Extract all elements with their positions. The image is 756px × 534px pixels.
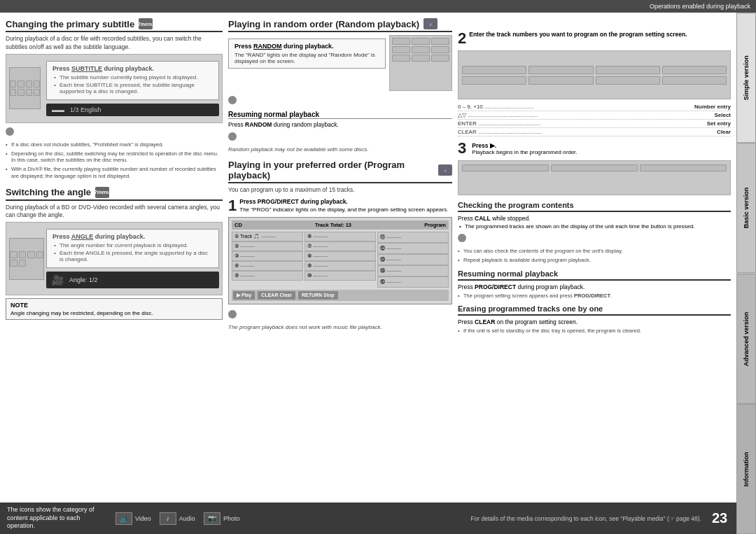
random-section-title: Playing in random order (Random playback… <box>228 18 452 32</box>
photo-icon: 📷 <box>204 512 220 525</box>
dev-btn-1 <box>10 80 16 87</box>
wrench-icon-2 <box>228 96 237 104</box>
rand-btn-1 <box>392 38 410 45</box>
bottom-icon-photo: 📷 Photo <box>204 512 240 525</box>
right-step2: 2 Enter the track numbers you want to pr… <box>458 31 731 46</box>
side-tabs-right: Simple version Basic version Advanced ve… <box>736 13 756 534</box>
clear-key: CLEAR <box>475 318 495 325</box>
angle-display-text: Angle: 1/2 <box>69 276 98 283</box>
prog-cell-12: ⑫ ——— <box>377 243 449 254</box>
info-row-1: △▽ .....................................… <box>458 111 731 120</box>
prog-cell-6: ⑥ ——— <box>304 232 376 241</box>
prog-return-btn[interactable]: RETURN Stop <box>298 291 338 300</box>
info-label-0: 0 – 9, +10 .............................… <box>458 104 694 110</box>
sidebar-item-basic[interactable]: Basic version <box>736 143 756 273</box>
angle-display: 🎥 Angle: 1/2 <box>46 272 219 288</box>
prog-cell-7: ⑦ ——— <box>304 241 376 251</box>
top-bar: Operations enabled during playback <box>0 0 756 13</box>
checking-title-text: Checking the program contents <box>458 201 574 209</box>
three-col: Changing the primary subtitle 7menu Duri… <box>0 13 736 503</box>
dev-btn-7 <box>26 89 32 96</box>
program-grid: ① Track 🎵 ——— ② ——— ③ ——— ④ ——— ⑤ ——— ⑥ … <box>232 232 449 288</box>
angle-note-box: NOTE Angle changing may be restricted, d… <box>6 298 223 320</box>
rand-btn-6 <box>431 46 449 53</box>
prog-cell-10: ⑩ ——— <box>304 271 376 281</box>
step2-desc: Enter the track numbers you want to prog… <box>469 31 731 38</box>
step3-title: Press ▶. <box>472 142 577 149</box>
rand-btn-2 <box>412 38 430 45</box>
angle-device-buttons <box>10 251 43 267</box>
info-value-0: Number entry <box>694 104 731 110</box>
subtitle-title-text: Changing the primary subtitle <box>6 19 134 29</box>
program-cd-label: CD <box>234 222 242 228</box>
random-wrench-2 <box>228 130 452 144</box>
col-left: Changing the primary subtitle 7menu Duri… <box>6 18 223 497</box>
random-press-box: Press RANDOM during playback. The "RAND"… <box>228 38 386 69</box>
angle-press-box-title: Press ANGLE during playback. <box>52 233 213 240</box>
prog-play-btn[interactable]: ▶ Play <box>233 291 255 300</box>
sidebar-item-simple[interactable]: Simple version <box>736 13 756 143</box>
subtitle-device-buttons <box>10 80 40 96</box>
checking-wrench <box>458 232 731 246</box>
program-step1: 1 Press PROG/DIRECT during playback. The… <box>228 198 452 213</box>
random-note: Random playback may not be available wit… <box>228 146 452 153</box>
angle-section-title: Switching the angle 7menu <box>6 187 223 201</box>
main-container: Operations enabled during playback Chang… <box>0 0 756 534</box>
program-track-total: Track Total: 13 <box>315 222 351 228</box>
checking-title: Checking the program contents <box>458 201 731 212</box>
random-device-buttons <box>390 36 451 64</box>
subtitle-device-left <box>9 67 44 109</box>
prog-clear-btn[interactable]: CLEAR Clear <box>258 291 295 300</box>
sidebar-item-information[interactable]: Information <box>736 404 756 534</box>
right-resuming-desc2: The program setting screen appears and p… <box>458 293 731 300</box>
right-btn-4 <box>662 66 727 74</box>
video-label: Video <box>135 515 151 522</box>
col-right: 2 Enter the track numbers you want to pr… <box>458 18 731 497</box>
subtitle-note-3: With a DivX® file, the currently playing… <box>6 166 223 180</box>
angle-device-img <box>9 238 44 280</box>
angle-note-title: NOTE <box>10 302 218 309</box>
rand-btn-9 <box>431 55 449 62</box>
prog-direct-key-1: PROG/DIRECT <box>475 283 516 290</box>
erasing-bullet-1: If the unit is set to standby or the dis… <box>458 328 731 335</box>
right-btn-8 <box>662 76 727 85</box>
wrench-icon-4 <box>228 310 237 318</box>
step3-device <box>458 160 731 195</box>
right-resuming-title-text: Resuming normal playback <box>458 269 558 278</box>
bottom-icon-audio: ♪ Audio <box>160 512 195 525</box>
right-resuming-title: Resuming normal playback <box>458 269 731 281</box>
erasing-title-text: Erasing programmed tracks one by one <box>458 304 603 313</box>
subtitle-press-box: Press SUBTITLE during playback. The subt… <box>46 61 219 100</box>
program-screen-header: CD Track Total: 13 Program <box>232 220 449 230</box>
prog-cell-5: ⑤ ——— <box>232 271 303 281</box>
program-title-text: Playing in your preferred order (Program… <box>228 160 434 181</box>
program-section-title: Playing in your preferred order (Program… <box>228 160 452 183</box>
program-section: Playing in your preferred order (Program… <box>228 160 452 330</box>
program-footer: ▶ Play CLEAR Clear RETURN Stop <box>232 290 449 301</box>
subtitle-display-icon: ▬▬ <box>52 106 64 113</box>
step3-num: 3 <box>458 141 466 156</box>
step1-content: Press PROG/DIRECT during playback. The "… <box>239 198 452 213</box>
right-btn-1 <box>462 66 526 74</box>
angle-dev-btn-2 <box>19 251 27 258</box>
rand-btn-8 <box>412 55 430 62</box>
step3-device-buttons <box>458 161 730 175</box>
angle-press-box-wrapper: Press ANGLE during playback. The angle n… <box>46 225 219 292</box>
prog-cell-4: ④ ——— <box>232 261 303 271</box>
top-bar-label: Operations enabled during playback <box>650 3 750 10</box>
angle-bullet-1: The angle number for current playback is… <box>52 242 213 248</box>
checking-press-desc: Press CALL while stopped. <box>458 215 731 222</box>
subtitle-display: ▬▬ 1/3 English <box>46 104 219 116</box>
subtitle-press-box-wrapper: Press SUBTITLE during playback. The subt… <box>46 57 219 120</box>
erasing-press-desc: Press CLEAR on the program setting scree… <box>458 318 731 325</box>
angle-device-panel: Press ANGLE during playback. The angle n… <box>6 222 223 295</box>
resuming-normal-title: Resuming normal playback <box>228 111 452 119</box>
angle-key: ANGLE <box>71 233 94 240</box>
info-value-3: Clear <box>717 129 731 135</box>
angle-section: Switching the angle 7menu During playbac… <box>6 187 223 321</box>
dev-btn-8 <box>34 89 40 96</box>
info-rows: 0 – 9, +10 .............................… <box>458 103 731 136</box>
erasing-title: Erasing programmed tracks one by one <box>458 304 731 316</box>
step3-btn-3 <box>640 164 727 171</box>
sidebar-item-advanced[interactable]: Advanced version <box>736 274 756 404</box>
